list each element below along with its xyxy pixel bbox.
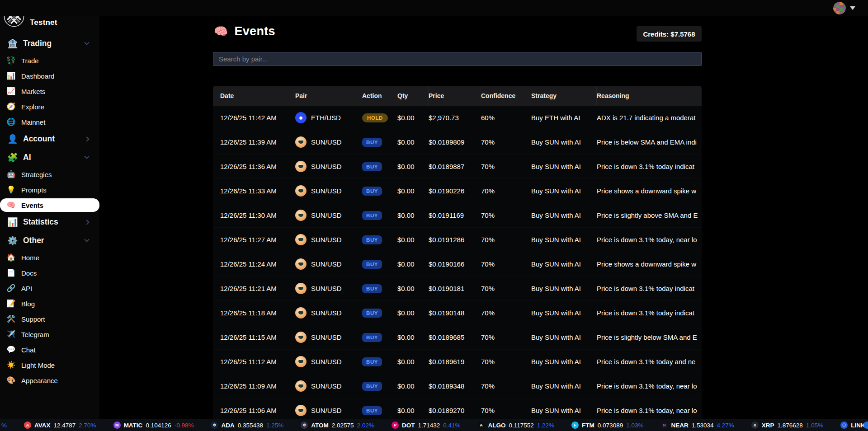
currency-exchange-icon: 💱 [6,57,16,64]
column-header-action: Action [362,86,397,106]
sidebar-item-prompts[interactable]: 💡 Prompts [0,182,99,197]
sidebar-item-appearance[interactable]: 🎨 Appearance [0,373,99,388]
bar-chart-icon: 📊 [7,218,18,226]
page-title: 🧠 Events [214,24,275,38]
sidebar-item-mainnet[interactable]: 🌐 Mainnet [0,114,99,130]
matic-coin-icon: M [113,422,121,429]
sidebar-item-markets[interactable]: 📈 Markets [0,84,99,99]
sidebar-item-label: Explore [21,103,44,111]
sidebar-item-label: Trading [23,39,52,48]
bank-icon: 🏦 [7,39,18,48]
avatar-dropdown-caret-icon[interactable] [850,6,855,10]
dot-coin-icon: P [392,422,399,429]
sidebar-item-label: Prompts [21,186,47,194]
column-header-confidence: Confidence [481,86,531,106]
sidebar-item-label: Events [21,201,43,209]
ticker-item-ftm[interactable]: F FTM 0.073089 1.03% [571,422,643,429]
sidebar-item-other[interactable]: ⚙️ Other [0,231,99,250]
action-badge: BUY [362,406,382,415]
globe-icon: 🌐 [6,118,16,126]
table-row: 12/26/25 11:12 AM SUN/USD BUY $0.00 $0.0… [213,350,702,374]
sidebar-item-explore[interactable]: 🧭 Explore [0,99,99,114]
sidebar-item-label: Docs [21,269,37,277]
table-row: 12/26/25 11:30 AM SUN/USD BUY $0.00 $0.0… [213,203,702,228]
sidebar-item-label: Mainnet [21,118,45,126]
ticker-item-dot[interactable]: P DOT 1.71432 0.41% [392,422,461,429]
sidebar-item-trade[interactable]: 💱 Trade [0,53,99,68]
document-icon: 📄 [6,269,16,276]
ticker-item-algo[interactable]: A ALGO 0.117552 1.22% [478,422,555,429]
sun-coin-icon [295,161,307,172]
chevron-right-icon [84,136,89,141]
column-header-strategy: Strategy [531,86,597,106]
ftm-coin-icon: F [571,422,579,429]
sidebar-item-telegram[interactable]: ✈️ Telegram [0,327,99,342]
column-header-price: Price [429,86,481,106]
near-coin-icon: N [660,422,668,429]
action-badge: BUY [362,382,382,391]
puzzle-icon: 🧩 [7,153,18,162]
sidebar-item-light-mode[interactable]: ☀️ Light Mode [0,357,99,373]
table-row: 12/26/25 11:24 AM SUN/USD BUY $0.00 $0.0… [213,252,702,276]
ticker-item-near[interactable]: N NEAR 1.53034 4.27% [660,422,734,429]
sidebar-item-blog[interactable]: 📝 Blog [0,296,99,311]
bar-chart-icon: 📊 [6,72,16,80]
sidebar-item-chat[interactable]: 💬 Chat [0,342,99,357]
ticker-item-matic[interactable]: M MATIC 0.104126 -0.98% [113,422,194,429]
top-bar [0,0,868,16]
compass-icon: 🧭 [6,103,16,110]
sidebar-item-docs[interactable]: 📄 Docs [0,265,99,281]
credits-badge[interactable]: Credits: $7.5768 [637,26,702,42]
palette-icon: 🎨 [6,377,16,384]
sun-icon: ☀️ [6,361,16,369]
sidebar-item-support[interactable]: 🛠️ Support [0,311,99,327]
sun-coin-icon [295,380,307,392]
sidebar-item-label: Dashboard [21,72,54,80]
robot-icon: 🤖 [6,171,16,178]
sidebar-item-home[interactable]: 🏠 Home [0,250,99,265]
sidebar-item-label: Trade [21,57,39,65]
sidebar-item-label: API [21,285,32,292]
table-row: 12/26/25 11:27 AM SUN/USD BUY $0.00 $0.0… [213,228,702,252]
sidebar-item-account[interactable]: 👤 Account [0,130,99,148]
bulb-icon: 💡 [6,186,16,193]
user-avatar[interactable] [833,2,846,14]
action-badge: BUY [362,284,382,293]
ticker-item-xrp[interactable]: X XRP 1.876628 1.05% [751,422,823,429]
ticker-item-ada[interactable]: ✲ ADA 0.355438 1.25% [211,422,283,429]
sidebar: Everstrike Testnet 🏦 Trading 💱 Trade 📊 D… [0,0,99,419]
sidebar-item-label: Chat [21,346,36,354]
ticker-item-atom[interactable]: ✲ ATOM 2.02575 2.02% [301,422,374,429]
sidebar-item-ai[interactable]: 🧩 AI [0,148,99,167]
sidebar-item-strategies[interactable]: 🤖 Strategies [0,167,99,182]
ticker-item-avax[interactable]: A AVAX 12.4787 2.70% [24,422,96,429]
sun-coin-icon [295,356,307,367]
sidebar-item-trading[interactable]: 🏦 Trading [0,34,99,53]
sidebar-item-api[interactable]: 🔗 API [0,281,99,296]
sidebar-item-label: Blog [21,300,35,308]
identicon-image [833,2,846,14]
search-input[interactable] [213,52,702,66]
ticker-partial-left: % [1,422,7,429]
sidebar-item-label: Account [23,134,55,144]
table-row: 12/26/25 11:39 AM SUN/USD BUY $0.00 $0.0… [213,130,702,155]
events-table: DatePairActionQtyPriceConfidenceStrategy… [213,86,702,423]
ada-coin-icon: ✲ [211,422,218,429]
page-title-text: Events [235,24,275,38]
sidebar-item-label: Statistics [23,217,58,227]
table-row: 12/26/25 11:42 AM ◆ ETH/USD HOLD $0.00 $… [213,106,702,130]
sidebar-item-statistics[interactable]: 📊 Statistics [0,213,99,231]
action-badge: BUY [362,187,382,196]
sidebar-item-dashboard[interactable]: 📊 Dashboard [0,68,99,84]
sun-coin-icon [295,136,307,148]
algo-coin-icon: A [478,422,485,429]
sidebar-item-events[interactable]: 🧠 Events [0,198,99,212]
sidebar-item-label: Light Mode [21,361,55,369]
table-row: 12/26/25 11:21 AM SUN/USD BUY $0.00 $0.0… [213,276,702,301]
ticker-partial-right-coin-icon [863,422,868,429]
chevron-down-icon [84,40,89,45]
action-badge: BUY [362,309,382,318]
brain-icon: 🧠 [214,25,228,38]
sun-coin-icon [295,185,307,197]
action-badge: BUY [362,357,382,366]
